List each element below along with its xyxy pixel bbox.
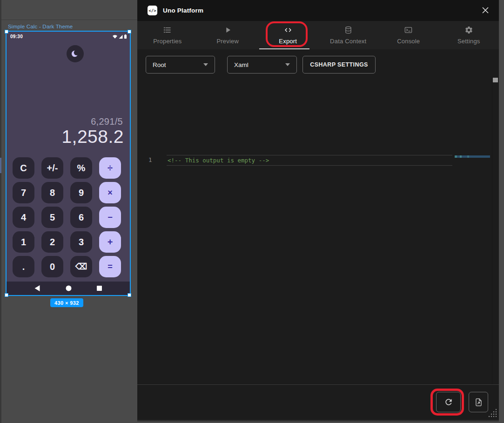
play-icon bbox=[223, 26, 232, 34]
key-percent[interactable]: % bbox=[70, 157, 92, 179]
uno-platform-panel: </> Uno Platform Properties Preview Expo… bbox=[137, 0, 499, 423]
android-nav-bar bbox=[7, 282, 130, 295]
file-export-icon bbox=[474, 398, 483, 407]
tab-data-context[interactable]: Data Context bbox=[318, 21, 379, 49]
nav-home-button[interactable] bbox=[66, 285, 72, 291]
resize-grip[interactable] bbox=[487, 408, 497, 418]
keypad: C +/- % ÷ 7 8 9 × 4 5 6 − 1 2 3 + . 0 ⌫ … bbox=[13, 157, 121, 277]
calc-result: 1,258.2 bbox=[61, 127, 124, 147]
minimap-divider bbox=[492, 77, 492, 384]
key-7[interactable]: 7 bbox=[13, 182, 34, 203]
refresh-button[interactable] bbox=[436, 392, 461, 412]
panel-header: </> Uno Platform bbox=[137, 0, 499, 21]
moon-icon bbox=[71, 49, 80, 58]
selection-handle-bottom-left[interactable] bbox=[5, 293, 8, 297]
key-backspace[interactable]: ⌫ bbox=[70, 256, 92, 277]
key-6[interactable]: 6 bbox=[70, 207, 92, 228]
nav-back-button[interactable] bbox=[34, 285, 40, 291]
tab-preview[interactable]: Preview bbox=[198, 21, 258, 49]
format-dropdown[interactable]: Xaml bbox=[227, 56, 297, 74]
panel-title: Uno Platform bbox=[163, 7, 203, 14]
code-editor[interactable]: 1 <!-- This output is empty --> bbox=[137, 77, 499, 384]
tab-properties[interactable]: Properties bbox=[137, 21, 198, 49]
home-icon bbox=[66, 285, 72, 291]
footer-divider bbox=[137, 384, 499, 385]
panel-bottom-edge bbox=[137, 420, 499, 423]
terminal-icon bbox=[404, 26, 413, 34]
close-button[interactable] bbox=[481, 6, 490, 15]
active-line-highlight: <!-- This output is empty --> bbox=[167, 155, 452, 166]
minimap-line bbox=[455, 155, 490, 158]
key-3[interactable]: 3 bbox=[70, 231, 92, 253]
key-0[interactable]: 0 bbox=[41, 256, 63, 277]
key-clear[interactable]: C bbox=[13, 157, 34, 179]
close-icon bbox=[481, 6, 490, 14]
key-8[interactable]: 8 bbox=[41, 182, 63, 203]
tab-settings[interactable]: Settings bbox=[439, 21, 499, 49]
csharp-settings-button[interactable]: CSHARP SETTINGS bbox=[302, 56, 376, 74]
key-5[interactable]: 5 bbox=[41, 207, 63, 228]
nav-recents-button[interactable] bbox=[97, 286, 102, 291]
key-divide[interactable]: ÷ bbox=[99, 157, 121, 179]
wifi-icon bbox=[113, 35, 117, 39]
canvas-left-edge bbox=[0, 0, 1, 423]
tab-console[interactable]: Console bbox=[378, 21, 439, 49]
root-dropdown[interactable]: Root bbox=[146, 56, 215, 74]
recents-icon bbox=[97, 286, 102, 291]
selection-handle-top-left[interactable] bbox=[5, 30, 8, 34]
active-tab-indicator bbox=[259, 48, 309, 49]
calc-expression: 6,291/5 bbox=[91, 116, 123, 127]
code-icon bbox=[283, 26, 293, 34]
chevron-down-icon bbox=[285, 63, 290, 66]
key-4[interactable]: 4 bbox=[13, 207, 34, 228]
refresh-icon bbox=[444, 397, 453, 407]
canvas-divider-line bbox=[0, 20, 137, 20]
tab-export[interactable]: Export bbox=[258, 21, 318, 49]
key-equals[interactable]: = bbox=[99, 256, 121, 277]
key-subtract[interactable]: − bbox=[99, 207, 121, 228]
key-add[interactable]: + bbox=[99, 231, 121, 253]
export-file-button[interactable] bbox=[469, 392, 488, 412]
cellular-signal-icon bbox=[119, 35, 123, 39]
frame-title[interactable]: Simple Calc - Dark Theme bbox=[8, 24, 73, 29]
calculator-frame[interactable]: 09:30 6,291/5 1,258.2 C +/- % ÷ 7 8 9 × … bbox=[7, 32, 130, 295]
canvas-left-edge-accent bbox=[0, 158, 1, 173]
status-bar: 09:30 bbox=[7, 32, 130, 40]
selection-size-badge: 430 × 932 bbox=[50, 298, 83, 307]
key-2[interactable]: 2 bbox=[41, 231, 63, 253]
code-comment: <!-- This output is empty --> bbox=[167, 157, 269, 164]
database-icon bbox=[344, 26, 353, 34]
battery-icon bbox=[124, 34, 127, 39]
back-icon bbox=[34, 285, 40, 291]
key-1[interactable]: 1 bbox=[13, 231, 34, 253]
selection-handle-top-right[interactable] bbox=[128, 30, 131, 34]
key-decimal[interactable]: . bbox=[13, 256, 34, 277]
line-number: 1 bbox=[148, 156, 152, 163]
status-time: 09:30 bbox=[10, 34, 23, 39]
theme-toggle-button[interactable] bbox=[67, 45, 84, 62]
gear-icon bbox=[464, 26, 473, 34]
list-icon bbox=[163, 26, 172, 34]
uno-platform-logo-icon: </> bbox=[148, 6, 157, 15]
editor-scrollbar-thumb[interactable] bbox=[493, 78, 498, 82]
key-multiply[interactable]: × bbox=[99, 182, 121, 203]
chevron-down-icon bbox=[203, 63, 208, 66]
key-9[interactable]: 9 bbox=[70, 182, 92, 203]
key-plus-minus[interactable]: +/- bbox=[41, 157, 63, 179]
selection-handle-bottom-right[interactable] bbox=[128, 293, 131, 297]
tab-bar: Properties Preview Export Data Context C… bbox=[137, 21, 499, 49]
status-icons bbox=[113, 34, 127, 39]
